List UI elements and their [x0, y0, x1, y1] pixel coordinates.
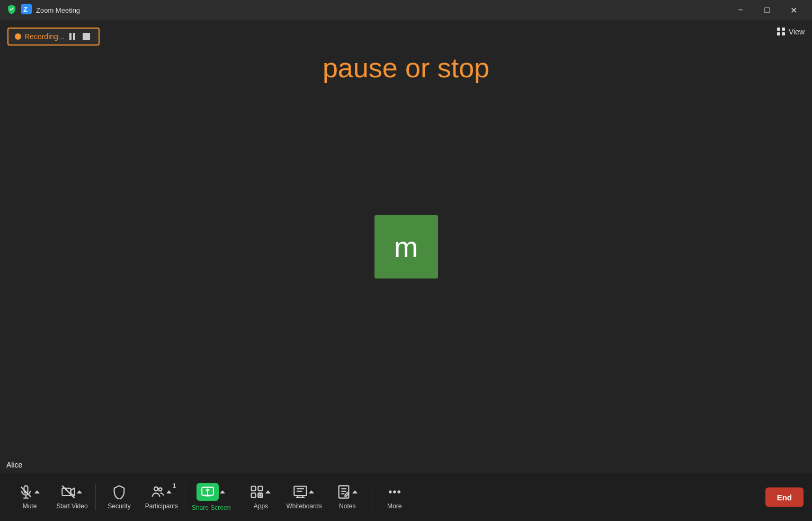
share-screen-label: Share Screen [192, 504, 230, 511]
main-area: Recording... pause or stop m Alice View [0, 20, 812, 473]
participants-button[interactable]: 1 Participants [140, 473, 183, 521]
end-button[interactable]: End [765, 488, 804, 507]
apps-label: Apps [254, 502, 268, 510]
maximize-button[interactable]: □ [755, 0, 779, 20]
close-button[interactable]: ✕ [781, 0, 806, 20]
titlebar-controls: − □ ✕ [728, 0, 806, 20]
more-icon-area [387, 484, 402, 499]
mute-icon-area [19, 484, 41, 499]
whiteboards-button[interactable]: Whiteboards [282, 473, 326, 521]
minimize-button[interactable]: − [728, 0, 753, 20]
svg-text:Z: Z [23, 5, 28, 13]
apps-button[interactable]: Apps [239, 473, 282, 521]
toolbar: Mute Start Video Security [0, 473, 812, 521]
divider-2 [185, 484, 185, 510]
recording-pause-button[interactable] [67, 32, 77, 41]
notes-label: Notes [339, 502, 355, 510]
start-video-label: Start Video [56, 502, 87, 510]
video-icon [61, 484, 76, 499]
participants-badge: 1 [173, 482, 176, 489]
svg-point-31 [398, 491, 400, 493]
apps-caret[interactable] [264, 490, 272, 493]
svg-point-10 [159, 488, 162, 491]
whiteboards-label: Whiteboards [286, 502, 322, 510]
notes-caret[interactable] [351, 490, 359, 493]
notes-icon-area [336, 484, 359, 499]
apps-icon-area [249, 484, 272, 499]
participant-name: Alice [6, 461, 22, 469]
whiteboards-icon [293, 484, 308, 499]
share-screen-bg [197, 483, 219, 501]
svg-line-8 [62, 486, 74, 498]
video-caret[interactable] [76, 490, 83, 493]
whiteboards-icon-area [293, 484, 315, 499]
video-icon-area [61, 484, 83, 499]
pause-icon [69, 33, 75, 40]
divider-1 [95, 484, 96, 510]
share-screen-button[interactable]: Share Screen [188, 473, 235, 521]
svg-point-29 [389, 491, 391, 493]
svg-rect-12 [252, 487, 256, 491]
more-label: More [387, 502, 401, 510]
titlebar: Z Zoom Meeting − □ ✕ [0, 0, 812, 20]
apps-icon [249, 484, 264, 499]
security-icon-area [112, 484, 127, 499]
stop-icon [83, 33, 90, 40]
svg-rect-14 [252, 493, 256, 497]
hint-text: pause or stop [323, 52, 489, 84]
participant-avatar: m [374, 215, 438, 279]
svg-point-30 [394, 491, 396, 493]
security-button[interactable]: Security [98, 473, 140, 521]
share-screen-icon-area [197, 483, 226, 501]
security-label: Security [108, 502, 130, 510]
more-button[interactable]: More [373, 473, 416, 521]
recording-dot [15, 33, 21, 40]
start-video-button[interactable]: Start Video [51, 473, 93, 521]
recording-indicator: Recording... [7, 28, 100, 46]
view-label: View [789, 28, 805, 36]
divider-3 [237, 484, 237, 510]
svg-rect-25 [338, 486, 349, 498]
mic-icon [19, 484, 33, 499]
mute-button[interactable]: Mute [8, 473, 51, 521]
zoom-shield-icon [6, 4, 17, 17]
participants-label: Participants [145, 502, 179, 510]
view-button[interactable]: View [777, 28, 805, 36]
notes-button[interactable]: Notes [326, 473, 369, 521]
participants-icon [150, 484, 165, 499]
view-grid-icon [777, 28, 786, 36]
participants-caret[interactable] [165, 490, 173, 493]
participants-icon-area: 1 [150, 484, 173, 499]
divider-4 [371, 484, 371, 510]
zoom-logo-icon: Z [21, 4, 32, 16]
svg-point-9 [154, 487, 158, 491]
app-title: Zoom Meeting [36, 6, 80, 14]
recording-stop-button[interactable] [81, 32, 92, 41]
notes-icon [336, 484, 351, 499]
svg-rect-13 [258, 487, 263, 491]
share-screen-icon [201, 485, 215, 499]
mute-caret[interactable] [33, 490, 41, 493]
whiteboards-caret[interactable] [308, 490, 315, 493]
titlebar-left: Z Zoom Meeting [6, 4, 80, 17]
participant-avatar-container: m [374, 215, 438, 279]
share-screen-caret[interactable] [219, 490, 226, 493]
mute-label: Mute [23, 502, 37, 510]
recording-label: Recording... [24, 32, 64, 41]
security-icon [112, 484, 127, 499]
more-icon [387, 484, 402, 499]
